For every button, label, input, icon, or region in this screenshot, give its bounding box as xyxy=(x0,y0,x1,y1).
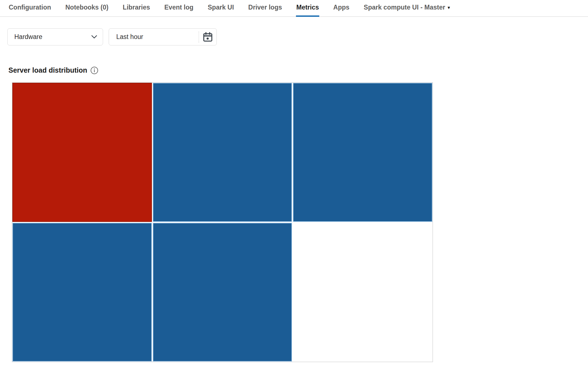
tab-spark-compute-ui-master[interactable]: Spark compute UI - Master▾ xyxy=(363,0,450,16)
heatmap-cell-r1-c2-empty xyxy=(293,223,432,362)
info-icon[interactable] xyxy=(90,66,98,74)
tab-driver-logs[interactable]: Driver logs xyxy=(248,0,282,16)
heatmap-cell-r1-c1[interactable] xyxy=(153,223,292,362)
heatmap-cell-r0-c1[interactable] xyxy=(153,83,292,222)
section-header: Server load distribution xyxy=(8,66,588,74)
tab-metrics[interactable]: Metrics xyxy=(296,0,319,16)
tab-apps[interactable]: Apps xyxy=(333,0,350,16)
cluster-tab-bar: ConfigurationNotebooks (0)LibrariesEvent… xyxy=(0,0,588,17)
heatmap-cell-r0-c2[interactable] xyxy=(293,83,432,222)
server-load-heatmap xyxy=(12,82,433,362)
tab-label: Apps xyxy=(333,4,350,11)
tab-label: Spark compute UI - Master xyxy=(364,4,445,11)
caret-down-icon: ▾ xyxy=(448,5,450,10)
metric-group-select-value: Hardware xyxy=(14,33,42,41)
time-range-picker[interactable]: Last hour xyxy=(109,28,217,45)
tab-label: Metrics xyxy=(296,4,319,11)
calendar-icon[interactable] xyxy=(199,31,216,43)
tab-notebooks[interactable]: Notebooks (0) xyxy=(65,0,109,16)
tab-label: Driver logs xyxy=(248,4,282,11)
tab-label: Event log xyxy=(164,4,193,11)
tab-libraries[interactable]: Libraries xyxy=(122,0,150,16)
heatmap-cell-r1-c0[interactable] xyxy=(12,223,152,362)
tab-label: Configuration xyxy=(9,4,51,11)
tab-spark-ui[interactable]: Spark UI xyxy=(208,0,234,16)
tab-event-log[interactable]: Event log xyxy=(164,0,194,16)
heatmap-cell-r0-c0[interactable] xyxy=(12,83,152,222)
tab-configuration[interactable]: Configuration xyxy=(8,0,51,16)
tab-label: Spark UI xyxy=(208,4,234,11)
time-range-value: Last hour xyxy=(109,33,199,41)
chevron-down-icon xyxy=(91,35,97,39)
metrics-filter-row: Hardware Last hour xyxy=(7,28,588,45)
metric-group-select[interactable]: Hardware xyxy=(7,28,103,45)
page-title: Server load distribution xyxy=(8,66,87,74)
tab-label: Notebooks (0) xyxy=(65,4,108,11)
tab-label: Libraries xyxy=(123,4,150,11)
